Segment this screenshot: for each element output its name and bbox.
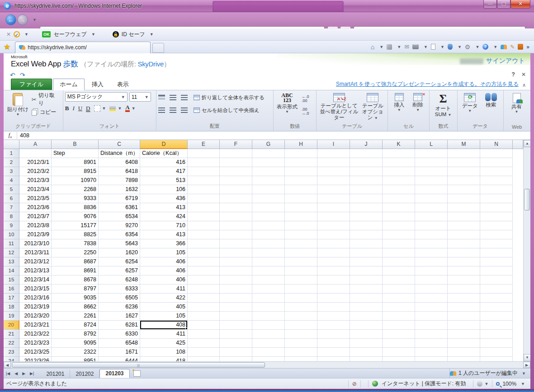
page-icon[interactable] bbox=[431, 44, 435, 50]
decrease-decimal-button[interactable]: .00→.0 bbox=[302, 107, 309, 116]
cell-J21[interactable] bbox=[350, 330, 383, 339]
sort-filter-table-button[interactable]: A↘Z テーブルとして並べ替え/フィルター bbox=[318, 92, 359, 121]
cell-H5[interactable] bbox=[285, 185, 317, 194]
cell-N13[interactable] bbox=[480, 257, 513, 266]
cell-C3[interactable]: 6418 bbox=[99, 167, 140, 176]
cell-I11[interactable] bbox=[317, 239, 350, 248]
cell-J13[interactable] bbox=[350, 257, 383, 266]
italic-button[interactable]: I bbox=[72, 105, 74, 112]
bold-button[interactable]: B bbox=[65, 105, 69, 112]
cell-K22[interactable] bbox=[383, 339, 415, 348]
cell-E11[interactable] bbox=[188, 239, 220, 248]
scroll-right-icon[interactable]: ▶ bbox=[523, 362, 530, 368]
cell-M8[interactable] bbox=[448, 212, 480, 221]
cell-A4[interactable]: 2012/3/3 bbox=[19, 176, 52, 185]
protected-dropdown-icon[interactable]: ▼ bbox=[484, 382, 488, 386]
row-header-24[interactable]: 24 bbox=[4, 357, 19, 361]
cell-B19[interactable]: 2261 bbox=[52, 312, 99, 321]
cell-G5[interactable] bbox=[252, 185, 285, 194]
collaboration-status[interactable]: 1 人のユーザーが編集中 ▼ bbox=[449, 369, 530, 378]
cell-F20[interactable] bbox=[220, 321, 252, 330]
cell-F19[interactable] bbox=[220, 312, 252, 321]
cell-F1[interactable] bbox=[220, 149, 252, 158]
cell-E19[interactable] bbox=[188, 312, 220, 321]
column-header-K[interactable]: K bbox=[383, 140, 415, 149]
cell-A9[interactable]: 2012/3/8 bbox=[19, 221, 52, 230]
cell-M13[interactable] bbox=[448, 257, 480, 266]
cell-J17[interactable] bbox=[350, 294, 383, 303]
cell-C24[interactable]: 6444 bbox=[99, 357, 140, 361]
cell-J5[interactable] bbox=[350, 185, 383, 194]
cell-F23[interactable] bbox=[220, 348, 252, 357]
delete-cells-button[interactable]: ✕ 削除▼ bbox=[409, 92, 428, 112]
cell-B10[interactable]: 8825 bbox=[52, 230, 99, 239]
new-sheet-icon[interactable] bbox=[133, 370, 141, 377]
cell-N10[interactable] bbox=[480, 230, 513, 239]
cell-I23[interactable] bbox=[317, 348, 350, 357]
cell-K21[interactable] bbox=[383, 330, 415, 339]
cell-B17[interactable]: 9035 bbox=[52, 294, 99, 303]
app-help-icon[interactable]: ? bbox=[512, 71, 515, 78]
row-header-16[interactable]: 16 bbox=[4, 285, 19, 294]
cell-E24[interactable] bbox=[188, 357, 220, 361]
cell-C17[interactable]: 6505 bbox=[99, 294, 140, 303]
wrap-text-button[interactable]: 折り返して全体を表示する bbox=[192, 93, 266, 102]
cell-I4[interactable] bbox=[317, 176, 350, 185]
cell-C5[interactable]: 1632 bbox=[99, 185, 140, 194]
cell-L6[interactable] bbox=[415, 194, 448, 203]
cell-K10[interactable] bbox=[383, 230, 415, 239]
cell-M3[interactable] bbox=[448, 167, 480, 176]
cell-D5[interactable]: 106 bbox=[140, 185, 188, 194]
table-options-button[interactable]: テーブルオプション ▼ bbox=[359, 92, 386, 121]
cell-G14[interactable] bbox=[252, 266, 285, 275]
cell-K8[interactable] bbox=[383, 212, 415, 221]
protected-mode-icon[interactable] bbox=[477, 381, 482, 387]
scroll-up-icon[interactable]: ▲ bbox=[524, 140, 530, 147]
double-underline-button[interactable]: D bbox=[86, 105, 90, 112]
cell-E23[interactable] bbox=[188, 348, 220, 357]
cell-N17[interactable] bbox=[480, 294, 513, 303]
cell-F22[interactable] bbox=[220, 339, 252, 348]
cell-J22[interactable] bbox=[350, 339, 383, 348]
cell-B20[interactable]: 8724 bbox=[52, 321, 99, 330]
cell-M23[interactable] bbox=[448, 348, 480, 357]
cell-C18[interactable]: 6236 bbox=[99, 303, 140, 312]
cell-L17[interactable] bbox=[415, 294, 448, 303]
row-header-3[interactable]: 3 bbox=[4, 167, 19, 176]
column-header-G[interactable]: G bbox=[252, 140, 285, 149]
column-header-L[interactable]: L bbox=[415, 140, 448, 149]
cell-G19[interactable] bbox=[252, 312, 285, 321]
cell-F3[interactable] bbox=[220, 167, 252, 176]
help-dropdown-icon[interactable]: ▼ bbox=[493, 45, 497, 49]
cell-J8[interactable] bbox=[350, 212, 383, 221]
cell-A7[interactable]: 2012/3/6 bbox=[19, 203, 52, 212]
cell-I18[interactable] bbox=[317, 303, 350, 312]
cell-H18[interactable] bbox=[285, 303, 317, 312]
cell-M10[interactable] bbox=[448, 230, 480, 239]
zoom-level[interactable]: 100% bbox=[502, 381, 516, 387]
cell-I13[interactable] bbox=[317, 257, 350, 266]
cell-D21[interactable]: 411 bbox=[140, 330, 188, 339]
cell-D7[interactable]: 413 bbox=[140, 203, 188, 212]
cell-L13[interactable] bbox=[415, 257, 448, 266]
cell-B2[interactable]: 8901 bbox=[52, 158, 99, 167]
cell-J16[interactable] bbox=[350, 285, 383, 294]
cell-F6[interactable] bbox=[220, 194, 252, 203]
cell-J1[interactable] bbox=[350, 149, 383, 158]
cell-H7[interactable] bbox=[285, 203, 317, 212]
tab-file[interactable]: ファイル bbox=[11, 79, 52, 90]
cell-I22[interactable] bbox=[317, 339, 350, 348]
cell-D10[interactable]: 413 bbox=[140, 230, 188, 239]
cell-L22[interactable] bbox=[415, 339, 448, 348]
cell-B16[interactable]: 8797 bbox=[52, 285, 99, 294]
cell-B3[interactable]: 8915 bbox=[52, 167, 99, 176]
cell-E2[interactable] bbox=[188, 158, 220, 167]
cell-C13[interactable]: 6254 bbox=[99, 257, 140, 266]
back-button[interactable]: ← bbox=[5, 14, 16, 25]
cell-E13[interactable] bbox=[188, 257, 220, 266]
smartart-link[interactable]: SmartArt を使って強力なプレゼンテーションを作成する。その方法を見る bbox=[336, 81, 519, 87]
cell-G23[interactable] bbox=[252, 348, 285, 357]
cell-E14[interactable] bbox=[188, 266, 220, 275]
tab-insert[interactable]: 挿入 bbox=[85, 79, 110, 90]
scroll-down-icon[interactable]: ▼ bbox=[524, 354, 530, 361]
